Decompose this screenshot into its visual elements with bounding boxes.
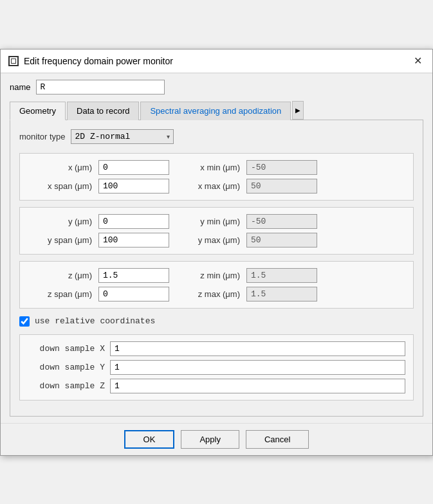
monitor-type-label: monitor type: [19, 132, 66, 141]
y-min-label: y min (μm): [182, 217, 240, 226]
downsample-y-label: down sample Y: [28, 363, 105, 372]
tabs-container: Geometry Data to record Spectral averagi…: [10, 101, 423, 120]
y-span-row: y span (μm) y max (μm): [28, 233, 405, 248]
relative-coords-row: use relative coordinates: [19, 316, 414, 327]
x-min-group: x min (μm): [182, 160, 317, 175]
dialog-window: Edit frequency domain power monitor ✕ na…: [0, 49, 433, 456]
x-max-group: x max (μm): [182, 179, 317, 194]
close-button[interactable]: ✕: [411, 55, 425, 68]
cancel-button[interactable]: Cancel: [246, 430, 309, 449]
apply-button[interactable]: Apply: [181, 430, 239, 449]
y-row: y (μm) y min (μm): [28, 214, 405, 229]
tab-content-geometry: monitor type 2D Z-normal 2D X-normal 2D …: [10, 120, 423, 417]
relative-coords-label[interactable]: use relative coordinates: [35, 316, 155, 326]
x-min-input[interactable]: [246, 160, 317, 175]
monitor-icon-inner: [11, 59, 16, 64]
z-span-label: z span (μm): [28, 289, 92, 299]
title-bar-left: Edit frequency domain power monitor: [8, 56, 173, 66]
downsample-group: down sample X down sample Y down sample …: [19, 334, 414, 401]
downsample-y-row: down sample Y: [28, 360, 405, 375]
tab-scroll-right[interactable]: ▶: [292, 101, 304, 120]
z-span-row: z span (μm) z max (μm): [28, 287, 405, 302]
x-row: x (μm) x min (μm): [28, 160, 405, 175]
z-label: z (μm): [28, 271, 92, 280]
downsample-z-input[interactable]: [110, 379, 405, 393]
downsample-z-row: down sample Z: [28, 379, 405, 393]
y-min-group: y min (μm): [182, 214, 317, 229]
downsample-x-row: down sample X: [28, 341, 405, 356]
z-min-group: z min (μm): [182, 268, 317, 283]
downsample-x-label: down sample X: [28, 344, 105, 354]
x-span-label: x span (μm): [28, 181, 92, 191]
ok-button[interactable]: OK: [124, 430, 175, 449]
downsample-y-input[interactable]: [110, 360, 405, 375]
y-label: y (μm): [28, 217, 92, 226]
x-span-input[interactable]: [98, 179, 169, 194]
y-max-label: y max (μm): [182, 235, 240, 245]
z-coord-group: z (μm) z min (μm) z span (μm) z max (μm): [19, 261, 414, 309]
x-label: x (μm): [28, 163, 92, 172]
dialog-footer: OK Apply Cancel: [1, 423, 432, 455]
z-min-input[interactable]: [246, 268, 317, 283]
y-input[interactable]: [98, 214, 169, 229]
monitor-type-row: monitor type 2D Z-normal 2D X-normal 2D …: [19, 129, 414, 144]
dialog-title: Edit frequency domain power monitor: [24, 56, 173, 66]
monitor-type-select-wrapper: 2D Z-normal 2D X-normal 2D Y-normal 3D ▾: [71, 129, 174, 144]
name-label: name: [10, 82, 31, 92]
tab-geometry[interactable]: Geometry: [10, 102, 66, 120]
z-max-label: z max (μm): [182, 289, 240, 299]
y-max-input[interactable]: [246, 233, 317, 248]
z-row: z (μm) z min (μm): [28, 268, 405, 283]
downsample-x-input[interactable]: [110, 341, 405, 356]
relative-coords-checkbox[interactable]: [19, 316, 30, 327]
z-input[interactable]: [98, 268, 169, 283]
tab-spectral[interactable]: Spectral averaging and apodization: [140, 102, 291, 120]
tab-data-to-record[interactable]: Data to record: [67, 102, 139, 120]
title-bar: Edit frequency domain power monitor ✕: [1, 50, 432, 73]
monitor-icon: [8, 56, 19, 66]
x-max-label: x max (μm): [182, 181, 240, 191]
x-input[interactable]: [98, 160, 169, 175]
y-span-label: y span (μm): [28, 235, 92, 245]
name-row: name: [10, 80, 423, 94]
monitor-type-select[interactable]: 2D Z-normal 2D X-normal 2D Y-normal 3D: [71, 129, 174, 144]
y-min-input[interactable]: [246, 214, 317, 229]
x-coord-group: x (μm) x min (μm) x span (μm) x max (μm): [19, 153, 414, 201]
name-input[interactable]: [36, 80, 165, 94]
downsample-z-label: down sample Z: [28, 381, 105, 391]
z-max-input[interactable]: [246, 287, 317, 302]
y-coord-group: y (μm) y min (μm) y span (μm) y max (μm): [19, 207, 414, 255]
y-span-input[interactable]: [98, 233, 169, 248]
x-span-row: x span (μm) x max (μm): [28, 179, 405, 194]
z-max-group: z max (μm): [182, 287, 317, 302]
x-max-input[interactable]: [246, 179, 317, 194]
z-min-label: z min (μm): [182, 271, 240, 280]
y-max-group: y max (μm): [182, 233, 317, 248]
z-span-input[interactable]: [98, 287, 169, 302]
x-min-label: x min (μm): [182, 163, 240, 172]
dialog-body: name Geometry Data to record Spectral av…: [1, 73, 432, 423]
